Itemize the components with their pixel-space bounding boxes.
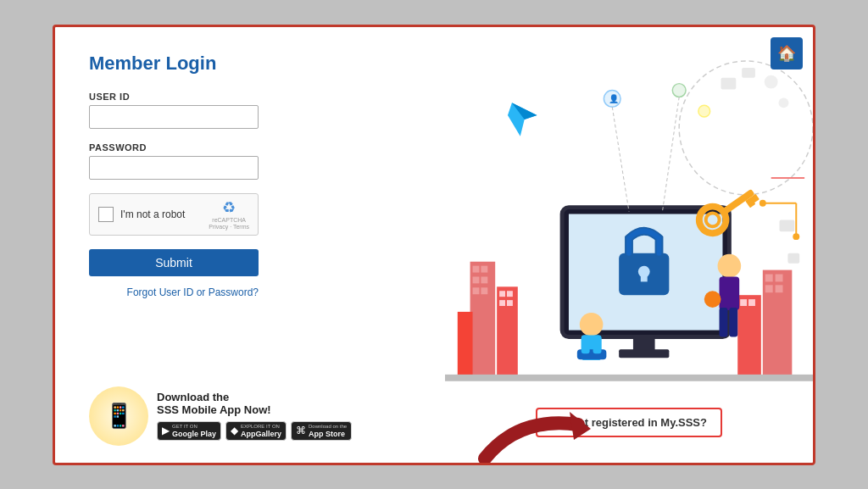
svg-point-4 [765,75,778,88]
password-label: PASSWORD [89,142,411,153]
svg-rect-10 [481,265,487,272]
svg-rect-35 [619,349,669,358]
google-play-badge[interactable]: ▶ GET IT ON Google Play [157,421,221,442]
svg-rect-64 [787,253,799,263]
appgallery-text: EXPLORE IT ON AppGallery [241,424,281,439]
google-play-icon: ▶ [162,425,170,436]
userid-input[interactable] [89,105,259,129]
recaptcha-logo: ♻ reCAPTCHAPrivacy · Terms [209,198,249,230]
svg-rect-63 [780,219,795,231]
svg-point-5 [779,97,789,108]
app-store-badge[interactable]: ⌘ Download on the App Store [291,421,352,442]
userid-label: USER ID [89,92,411,102]
recaptcha-icon: ♻ [222,198,236,217]
svg-rect-24 [765,285,773,292]
google-play-text: GET IT ON Google Play [172,424,216,439]
appgallery-badge[interactable]: ◆ EXPLORE IT ON AppGallery [225,421,287,442]
svg-rect-25 [776,285,783,292]
svg-point-50 [704,291,721,308]
not-registered-button[interactable]: Not yet registered in My.SSS? [536,408,722,437]
store-badges-container: ▶ GET IT ON Google Play ◆ EXPLORE IT ON … [157,421,352,442]
svg-rect-2 [721,77,737,89]
svg-rect-51 [445,374,813,381]
svg-rect-19 [507,300,513,306]
main-illustration: 👤 [445,27,813,463]
illustration-panel: 🏠 [445,27,813,463]
svg-rect-26 [737,295,761,379]
svg-rect-17 [507,291,513,297]
svg-text:👤: 👤 [609,93,620,104]
home-button[interactable]: 🏠 [771,37,803,69]
svg-rect-9 [473,265,480,272]
not-registered-text: Not yet registered in My.SSS? [551,416,707,429]
svg-rect-27 [740,299,747,306]
home-icon: 🏠 [777,44,796,63]
captcha-widget[interactable]: I'm not a robot ♻ reCAPTCHAPrivacy · Ter… [89,193,259,236]
appgallery-icon: ◆ [231,425,238,436]
svg-rect-3 [742,67,755,77]
download-title: Download the [157,391,352,403]
svg-rect-28 [748,299,755,306]
svg-rect-48 [720,307,728,336]
main-frame: Member Login USER ID PASSWORD I'm not a … [53,25,815,465]
download-text-block: Download the SSS Mobile App Now! ▶ GET I… [157,391,352,442]
download-section: 📱 Download the SSS Mobile App Now! ▶ GET… [89,378,411,446]
password-input[interactable] [89,156,259,180]
app-store-text: Download on the App Store [309,424,347,439]
phone-illustration: 📱 [89,386,148,446]
svg-point-60 [760,199,766,206]
page-title: Member Login [89,53,411,75]
svg-point-41 [580,312,604,336]
forgot-link-text[interactable]: Forgot User ID or Password? [127,286,259,298]
svg-point-61 [793,233,799,240]
forgot-link[interactable]: Forgot User ID or Password? [89,286,259,298]
captcha-label: I'm not a robot [120,208,185,220]
svg-rect-22 [765,274,773,281]
submit-button[interactable]: Submit [89,249,259,276]
svg-rect-23 [776,274,783,281]
svg-point-55 [698,105,710,117]
svg-rect-47 [720,276,740,309]
svg-rect-14 [481,287,487,294]
svg-rect-33 [641,271,648,281]
svg-rect-13 [473,287,480,294]
svg-rect-45 [593,335,602,353]
svg-point-46 [718,253,742,277]
captcha-left: I'm not a robot [98,207,185,222]
svg-rect-16 [499,291,505,297]
recaptcha-subtext: reCAPTCHAPrivacy · Terms [209,217,249,230]
download-subtitle: SSS Mobile App Now! [157,403,352,416]
svg-rect-18 [499,300,505,306]
svg-point-54 [672,83,686,97]
svg-rect-12 [481,276,487,283]
app-store-icon: ⌘ [296,425,306,436]
svg-rect-49 [729,307,737,336]
login-panel: Member Login USER ID PASSWORD I'm not a … [55,27,445,463]
svg-rect-44 [581,335,590,353]
captcha-checkbox[interactable] [98,207,114,222]
svg-rect-11 [473,276,480,283]
svg-rect-20 [458,311,473,378]
